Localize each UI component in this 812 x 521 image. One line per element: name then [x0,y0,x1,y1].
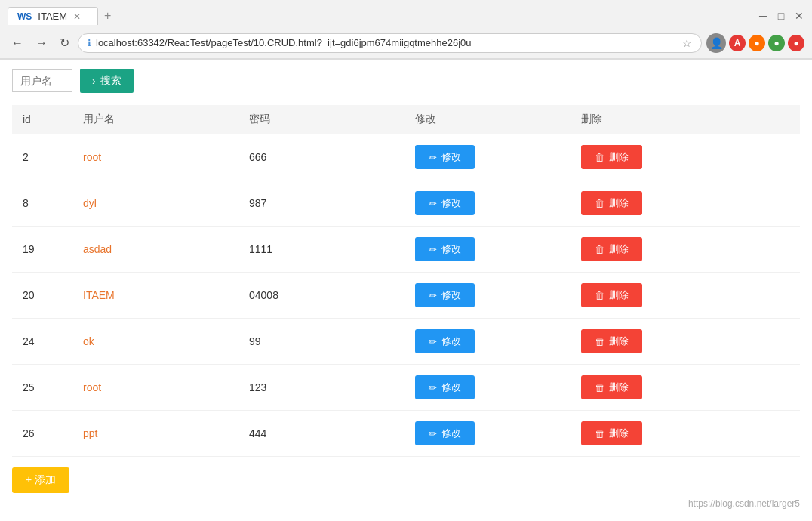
edit-button[interactable]: ✏ 修改 [415,283,475,307]
bookmark-icon[interactable]: ☆ [682,37,692,49]
th-username: 用户名 [72,105,238,134]
trash-icon: 🗑 [595,290,604,301]
pencil-icon: ✏ [429,290,437,301]
cell-username: ok [72,319,238,365]
pencil-icon: ✏ [429,244,437,255]
username-link[interactable]: ok [83,335,94,347]
cell-username: ppt [72,411,238,457]
cell-edit: ✏ 修改 [404,365,571,411]
edit-button[interactable]: ✏ 修改 [415,421,475,445]
table-row: 24ok99✏ 修改🗑 删除 [12,319,800,365]
toolbar: › 搜索 [12,69,800,93]
table-row: 25root123✏ 修改🗑 删除 [12,365,800,411]
delete-label: 删除 [609,381,629,394]
forward-button[interactable]: → [32,35,51,51]
th-password: 密码 [238,105,404,134]
table-row: 20ITAEM04008✏ 修改🗑 删除 [12,273,800,319]
ext-icon-1[interactable]: A [729,35,746,51]
refresh-button[interactable]: ↻ [56,34,73,51]
tab-title: ITAEM [38,11,67,22]
delete-button[interactable]: 🗑 删除 [581,145,642,169]
cell-edit: ✏ 修改 [404,319,571,365]
th-delete: 删除 [571,105,800,134]
cell-edit: ✏ 修改 [404,134,571,180]
cell-password: 123 [238,365,404,411]
pencil-icon: ✏ [429,382,437,393]
delete-button[interactable]: 🗑 删除 [581,375,642,399]
cell-edit: ✏ 修改 [404,411,571,457]
th-id: id [12,105,72,134]
cell-username: dyl [72,180,238,227]
lock-icon: ℹ [88,38,91,48]
ext-icon-4[interactable]: ● [788,35,804,51]
cell-id: 2 [12,134,72,180]
cell-password: 444 [238,411,404,457]
pencil-icon: ✏ [429,198,437,209]
ext-icon-2[interactable]: ● [749,35,765,51]
edit-label: 修改 [441,150,461,164]
data-table: id 用户名 密码 修改 删除 2root666✏ 修改🗑 删除8dyl987✏… [12,105,800,457]
cell-username: root [72,365,238,411]
delete-button[interactable]: 🗑 删除 [581,191,642,215]
cell-delete: 🗑 删除 [571,180,800,227]
cell-delete: 🗑 删除 [571,134,800,180]
tab-close-button[interactable]: ✕ [73,11,81,22]
edit-button[interactable]: ✏ 修改 [415,145,475,169]
delete-label: 删除 [609,334,629,348]
close-button[interactable]: ✕ [794,11,804,21]
pencil-icon: ✏ [429,152,437,163]
delete-button[interactable]: 🗑 删除 [581,329,642,353]
username-link[interactable]: ppt [83,427,97,439]
username-input[interactable] [12,69,72,92]
trash-icon: 🗑 [595,382,604,393]
add-button[interactable]: + 添加 [12,467,69,493]
delete-button[interactable]: 🗑 删除 [581,421,642,445]
new-tab-button[interactable]: + [98,6,117,26]
edit-button[interactable]: ✏ 修改 [415,329,475,353]
delete-button[interactable]: 🗑 删除 [581,237,642,261]
table-row: 8dyl987✏ 修改🗑 删除 [12,180,800,227]
edit-label: 修改 [441,381,461,394]
window-controls: ─ □ ✕ [758,11,804,21]
cell-username: asdad [72,227,238,273]
trash-icon: 🗑 [595,152,604,163]
table-header-row: id 用户名 密码 修改 删除 [12,105,800,134]
edit-label: 修改 [441,427,461,440]
pencil-icon: ✏ [429,428,437,439]
username-link[interactable]: dyl [83,197,97,209]
delete-button[interactable]: 🗑 删除 [581,283,642,307]
back-button[interactable]: ← [8,35,27,51]
edit-button[interactable]: ✏ 修改 [415,191,475,215]
minimize-button[interactable]: ─ [758,11,768,21]
cell-edit: ✏ 修改 [404,273,571,319]
edit-button[interactable]: ✏ 修改 [415,237,475,261]
cell-delete: 🗑 删除 [571,227,800,273]
table-body: 2root666✏ 修改🗑 删除8dyl987✏ 修改🗑 删除19asdad11… [12,134,800,457]
username-link[interactable]: root [83,151,101,163]
trash-icon: 🗑 [595,336,604,347]
trash-icon: 🗑 [595,428,604,439]
table-head: id 用户名 密码 修改 删除 [12,105,800,134]
cell-password: 666 [238,134,404,180]
address-bar[interactable]: ℹ localhost:63342/ReacTest/pageTest/10.C… [78,33,702,53]
cell-delete: 🗑 删除 [571,411,800,457]
watermark: https://blog.csdn.net/larger5 [688,498,800,502]
username-link[interactable]: ITAEM [83,289,115,301]
address-text: localhost:63342/ReacTest/pageTest/10.CRU… [96,37,678,48]
browser-tab[interactable]: WS ITAEM ✕ [8,7,98,25]
cell-id: 25 [12,365,72,411]
maximize-button[interactable]: □ [776,11,786,21]
cell-delete: 🗑 删除 [571,365,800,411]
cell-id: 24 [12,319,72,365]
username-link[interactable]: root [83,381,101,393]
search-button[interactable]: › 搜索 [80,69,134,93]
cell-delete: 🗑 删除 [571,273,800,319]
page-content: › 搜索 id 用户名 密码 修改 删除 2root666✏ 修改🗑 删除8dy… [0,60,812,502]
tab-favicon: WS [17,11,32,22]
username-link[interactable]: asdad [83,243,112,255]
cell-password: 987 [238,180,404,227]
edit-label: 修改 [441,334,461,348]
profile-icon[interactable]: 👤 [706,33,726,53]
edit-button[interactable]: ✏ 修改 [415,375,475,399]
ext-icon-3[interactable]: ● [768,35,785,51]
